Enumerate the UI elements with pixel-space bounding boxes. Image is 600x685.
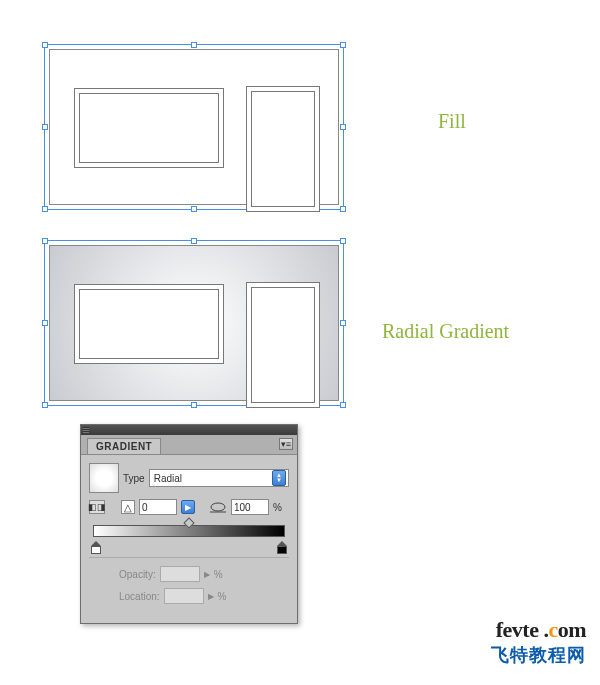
window-inner bbox=[79, 93, 219, 163]
door-inner bbox=[251, 91, 315, 207]
gradient-slider[interactable] bbox=[93, 525, 285, 551]
opacity-row: Opacity: ▶ % bbox=[89, 566, 289, 582]
window-frame bbox=[74, 88, 224, 168]
color-stop-right[interactable] bbox=[277, 541, 287, 553]
artboard-radial[interactable] bbox=[44, 240, 344, 406]
handle-icon[interactable] bbox=[42, 206, 48, 212]
type-row: Type Radial ▲▼ bbox=[89, 463, 289, 493]
type-label: Type bbox=[123, 473, 145, 484]
handle-icon[interactable] bbox=[191, 206, 197, 212]
artboard-fill[interactable] bbox=[44, 44, 344, 210]
color-stop-left[interactable] bbox=[91, 541, 101, 553]
tab-gradient[interactable]: GRADIENT bbox=[87, 438, 161, 454]
handle-icon[interactable] bbox=[340, 42, 346, 48]
angle-row: ◧◨ △ 0 ▶ 100 % bbox=[89, 499, 289, 515]
handle-icon[interactable] bbox=[42, 238, 48, 244]
window-inner bbox=[79, 289, 219, 359]
handle-icon[interactable] bbox=[191, 238, 197, 244]
handle-icon[interactable] bbox=[42, 402, 48, 408]
aspect-ratio-icon bbox=[209, 500, 227, 514]
handle-icon[interactable] bbox=[340, 402, 346, 408]
logo-line1: fevte .com bbox=[491, 617, 586, 643]
gradient-swatch[interactable] bbox=[89, 463, 119, 493]
opacity-input[interactable] bbox=[160, 566, 200, 582]
handle-icon[interactable] bbox=[340, 238, 346, 244]
aspect-unit: % bbox=[273, 502, 282, 513]
handle-icon[interactable] bbox=[42, 124, 48, 130]
watermark-logo: fevte .com 飞特教程网 bbox=[491, 617, 586, 667]
reverse-gradient-button[interactable]: ◧◨ bbox=[89, 500, 105, 514]
dropdown-arrows-icon: ▲▼ bbox=[272, 470, 286, 486]
door-inner bbox=[251, 287, 315, 403]
gradient-panel[interactable]: GRADIENT ▾≡ Type Radial ▲▼ ◧◨ △ 0 ▶ 100 … bbox=[80, 424, 298, 624]
opacity-label: Opacity: bbox=[119, 569, 156, 580]
panel-tabs: GRADIENT ▾≡ bbox=[81, 435, 297, 455]
panel-menu-button[interactable]: ▾≡ bbox=[279, 438, 293, 450]
panel-header[interactable] bbox=[81, 425, 297, 435]
wall-shape-fill bbox=[49, 49, 339, 205]
opacity-unit: % bbox=[214, 569, 223, 580]
window-frame bbox=[74, 284, 224, 364]
door-frame bbox=[246, 86, 320, 212]
type-value: Radial bbox=[154, 473, 182, 484]
stop-properties: Opacity: ▶ % Location: ▶ % bbox=[89, 557, 289, 604]
door-frame bbox=[246, 282, 320, 408]
handle-icon[interactable] bbox=[191, 42, 197, 48]
handle-icon[interactable] bbox=[340, 124, 346, 130]
logo-line2: 飞特教程网 bbox=[491, 643, 586, 667]
type-dropdown[interactable]: Radial ▲▼ bbox=[149, 469, 289, 487]
location-row: Location: ▶ % bbox=[89, 588, 289, 604]
location-label: Location: bbox=[119, 591, 160, 602]
panel-body: Type Radial ▲▼ ◧◨ △ 0 ▶ 100 % bbox=[81, 455, 297, 618]
location-input[interactable] bbox=[164, 588, 204, 604]
aspect-input[interactable]: 100 bbox=[231, 499, 269, 515]
location-unit: % bbox=[218, 591, 227, 602]
wall-shape-gradient bbox=[49, 245, 339, 401]
handle-icon[interactable] bbox=[191, 402, 197, 408]
handle-icon[interactable] bbox=[340, 320, 346, 326]
handle-icon[interactable] bbox=[42, 320, 48, 326]
svg-point-0 bbox=[211, 503, 225, 511]
angle-icon: △ bbox=[121, 500, 135, 514]
label-fill: Fill bbox=[438, 110, 466, 133]
handle-icon[interactable] bbox=[42, 42, 48, 48]
label-radial-gradient: Radial Gradient bbox=[382, 320, 509, 343]
grip-icon[interactable] bbox=[83, 427, 89, 433]
angle-stepper-icon[interactable]: ▶ bbox=[181, 500, 195, 514]
handle-icon[interactable] bbox=[340, 206, 346, 212]
angle-input[interactable]: 0 bbox=[139, 499, 177, 515]
